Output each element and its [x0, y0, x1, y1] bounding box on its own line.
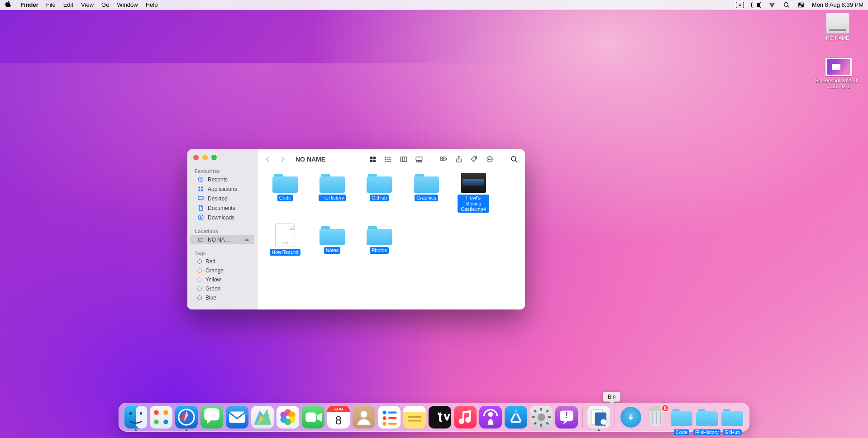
keyboard-input-indicator[interactable]: A [736, 2, 744, 8]
sidebar-tag-blue[interactable]: Blue [190, 293, 254, 302]
dock-app-settings[interactable] [530, 406, 553, 428]
dock-app-mail[interactable] [226, 406, 248, 428]
dock-app-photos[interactable] [277, 406, 299, 428]
view-list-button[interactable] [384, 155, 393, 163]
dock-separator [615, 406, 615, 428]
desktop-screenshot[interactable]: Screenshot 2022-0…7.33 PM 1 [814, 58, 863, 90]
file-name-label: HowlTest.txt [270, 249, 300, 256]
sidebar-tag-orange[interactable]: Orange [190, 266, 254, 275]
more-actions-button[interactable] [485, 155, 494, 163]
sidebar-header-favourites: Favourites [187, 167, 257, 175]
maps-icon [251, 406, 274, 428]
dock-app-music[interactable] [454, 406, 477, 428]
window-close-button[interactable] [193, 155, 199, 160]
menu-view[interactable]: View [81, 1, 94, 8]
view-icons-button[interactable] [368, 155, 377, 163]
dock-app-calendar[interactable]: AUG8 [327, 406, 350, 428]
finder-item[interactable]: Code [269, 173, 301, 213]
tag-color-dot [197, 286, 202, 291]
share-button[interactable] [454, 155, 463, 163]
sidebar-item-desktop[interactable]: Desktop [190, 194, 254, 203]
menu-datetime[interactable]: Mon 8 Aug 8:39 PM [812, 1, 863, 8]
sidebar-item-label: Downloads [208, 214, 234, 221]
dock-app-maps[interactable] [251, 406, 274, 428]
dock-app-contacts[interactable] [353, 406, 375, 428]
wifi-icon[interactable] [768, 1, 776, 9]
video-file-icon [461, 173, 486, 193]
dock-minimized-folder[interactable]: Code [670, 406, 693, 428]
dock-app-finder[interactable] [124, 406, 147, 428]
eject-icon[interactable]: ⏏ [245, 237, 249, 242]
sidebar-tag-green[interactable]: Green [190, 284, 254, 293]
dock-minimized-label: FileHistory [693, 429, 720, 435]
group-by-button[interactable] [439, 155, 448, 163]
svg-point-39 [129, 412, 132, 414]
tags-button[interactable] [470, 155, 479, 163]
sidebar-item-recents[interactable]: Recents [190, 175, 254, 184]
finder-content[interactable]: CodeFileHistoryGitHubGraphicsHowl's Movi… [258, 169, 525, 309]
view-gallery-button[interactable] [415, 155, 424, 163]
svg-rect-8 [201, 187, 203, 189]
dock-app-appstore[interactable] [505, 406, 527, 428]
nav-back-button[interactable] [264, 155, 272, 163]
view-columns-button[interactable] [399, 155, 408, 163]
finder-item[interactable]: Photos [363, 225, 395, 256]
menu-app-name[interactable]: Finder [20, 1, 38, 8]
sidebar-tag-yellow[interactable]: Yellow [190, 275, 254, 284]
desktop-drive[interactable]: NO NAME [817, 13, 858, 41]
svg-rect-27 [440, 159, 443, 160]
svg-rect-23 [417, 161, 418, 162]
svg-point-64 [488, 412, 493, 417]
search-button[interactable] [510, 155, 519, 163]
apple-menu-icon[interactable] [5, 1, 13, 9]
menu-go[interactable]: Go [101, 1, 109, 8]
clock-icon [197, 176, 204, 183]
svg-point-33 [488, 159, 489, 160]
dock-app-reminders[interactable] [378, 406, 401, 428]
finder-item[interactable]: Howl's Moving Castle.mp4 [458, 173, 489, 213]
sidebar-item-downloads[interactable]: Downloads [190, 213, 254, 222]
sidebar-item-documents[interactable]: Documents [190, 203, 254, 213]
menu-file[interactable]: File [46, 1, 56, 8]
spotlight-search-icon[interactable] [783, 1, 790, 9]
svg-point-18 [385, 157, 386, 158]
dock-app-safari[interactable] [175, 406, 198, 428]
finder-item[interactable]: Notes [316, 225, 348, 256]
menu-help[interactable]: Help [146, 1, 158, 8]
svg-rect-7 [199, 187, 200, 189]
folder-icon [272, 173, 298, 193]
dock-app-preview[interactable] [587, 406, 610, 428]
finder-window[interactable]: Favourites RecentsApplicationsDesktopDoc… [187, 149, 525, 309]
finder-item[interactable]: GitHub [363, 173, 395, 213]
window-minimize-button[interactable] [202, 155, 208, 160]
finder-toolbar: NO NAME [258, 149, 525, 169]
finder-item[interactable]: TXTHowlTest.txt [269, 225, 301, 256]
dock-app-tv[interactable] [429, 406, 451, 428]
tag-color-dot [197, 268, 202, 273]
dock-app-notes[interactable] [403, 406, 426, 428]
dock-minimized-label: GitHub [723, 429, 742, 435]
dock-trash[interactable]: 8 [645, 406, 668, 428]
window-zoom-button[interactable] [211, 155, 217, 160]
dock-minimized-folder[interactable]: FileHistory [696, 406, 718, 428]
dock-app-messages[interactable] [200, 406, 223, 428]
control-center-icon[interactable] [797, 1, 805, 9]
stage-manager-icon[interactable] [751, 2, 761, 8]
svg-rect-38 [136, 406, 147, 428]
dock-minimized-folder[interactable]: GitHub [721, 406, 744, 428]
dock-app-facetime[interactable] [302, 406, 324, 428]
finder-item[interactable]: Graphics [410, 173, 442, 213]
dock-downloads[interactable] [620, 406, 642, 428]
menu-window[interactable]: Window [117, 1, 138, 8]
menu-edit[interactable]: Edit [63, 1, 73, 8]
nav-forward-button[interactable] [278, 155, 286, 163]
svg-rect-24 [419, 161, 420, 162]
dock-app-podcasts[interactable] [479, 406, 502, 428]
sidebar-item-drive[interactable]: NO NA…⏏ [190, 235, 254, 244]
finder-item[interactable]: FileHistory [316, 173, 348, 213]
svg-text:!: ! [565, 409, 568, 420]
dock-app-feedback[interactable]: ! [555, 406, 578, 428]
sidebar-tag-red[interactable]: Red [190, 257, 254, 266]
sidebar-item-applications[interactable]: Applications [190, 184, 254, 194]
dock-app-launchpad[interactable] [150, 406, 172, 428]
